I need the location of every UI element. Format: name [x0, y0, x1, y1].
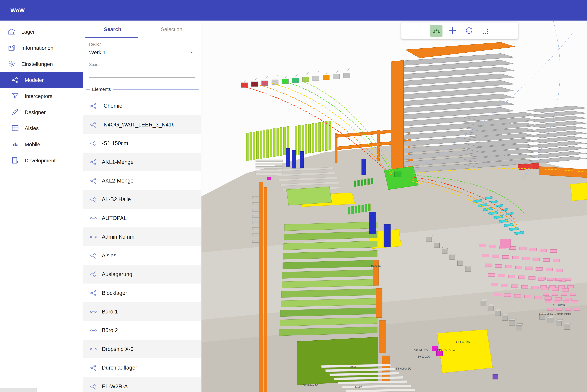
informationen-icon — [8, 44, 16, 52]
scene-label: R&G Süd — [371, 265, 382, 268]
mobile-icon — [11, 140, 19, 148]
sidebar-item-label: Interceptors — [25, 93, 52, 99]
sidebar-item-development[interactable]: Development — [0, 152, 83, 168]
search-field: Search — [89, 62, 195, 78]
region-select[interactable]: Werk 1 — [89, 46, 195, 58]
scene-label: S8 Heber 2/2 — [396, 367, 411, 370]
region-label: Region — [89, 42, 195, 46]
element-label: -Chemie — [102, 103, 122, 109]
top-app-bar: WoW — [0, 0, 587, 21]
development-icon — [11, 156, 19, 164]
list-item[interactable]: Büro 2 — [83, 321, 201, 340]
graph-icon — [90, 383, 97, 390]
tool-marquee-select[interactable] — [478, 24, 491, 37]
list-item[interactable]: AKL1-Menge — [83, 152, 201, 171]
sidebar-item-label: Mobile — [25, 141, 40, 147]
bottom-left-panel — [0, 388, 37, 392]
graph-icon — [90, 121, 97, 128]
list-item[interactable]: -S1 150cm — [83, 134, 201, 152]
sidebar-item-informationen[interactable]: Informationen — [0, 40, 83, 56]
list-item[interactable]: Admin Komm — [83, 228, 201, 246]
lager-icon — [8, 28, 16, 36]
list-item[interactable]: Auslagerung — [83, 265, 201, 284]
link-icon — [90, 327, 97, 334]
element-label: Durchlauflager — [102, 365, 137, 371]
interceptors-icon — [11, 92, 19, 100]
element-label: Blocklager — [102, 290, 127, 296]
sidebar: LagerInformationenEinstellungenModelerIn… — [0, 21, 83, 392]
scene-3d-view[interactable]: S8 EG HalleS9/07S8 Heber 1/2S8 Heber 2/2… — [201, 21, 587, 392]
sidebar-item-label: Designer — [25, 109, 46, 115]
list-item[interactable]: Büro 1 — [83, 302, 201, 321]
element-label: AKL2-Menge — [102, 178, 133, 184]
graph-icon — [90, 102, 97, 110]
element-label: AUTOPAL — [102, 215, 127, 221]
element-label: Büro 1 — [102, 309, 118, 315]
list-item[interactable]: -N4OG_WAIT_LEER_3_N416 — [83, 115, 201, 134]
sidebar-item-einstellungen[interactable]: Einstellungen — [0, 56, 83, 72]
list-item[interactable]: Aisles — [83, 246, 201, 265]
designer-icon — [11, 108, 19, 116]
sidebar-item-label: Aisles — [25, 125, 39, 131]
sidebar-item-interceptors[interactable]: Interceptors — [0, 88, 83, 104]
list-item[interactable]: AKL2-Menge — [83, 172, 201, 190]
marquee-icon — [481, 26, 489, 35]
list-item[interactable]: AUTOPAL — [83, 209, 201, 227]
list-item[interactable]: -Chemie — [83, 96, 201, 115]
list-item[interactable]: EL-W2R-A — [83, 377, 201, 392]
aisles-icon — [11, 124, 19, 132]
graph-icon — [90, 252, 97, 259]
svg-text:3D: 3D — [467, 30, 470, 32]
graph-icon — [90, 140, 97, 147]
sidebar-item-mobile[interactable]: Mobile — [0, 136, 83, 152]
sidebar-item-designer[interactable]: Designer — [0, 104, 83, 120]
element-label: Büro 2 — [102, 327, 118, 333]
elements-header: Elements — [92, 87, 111, 92]
scene-label: S9/12 2OG — [418, 355, 431, 358]
tool-pan-move[interactable] — [446, 24, 459, 37]
list-item[interactable]: Durchlauflager — [83, 358, 201, 377]
scene-label: S9/13 MOL Scan — [435, 349, 455, 352]
modeler-icon — [11, 76, 19, 84]
region-field: Region Werk 1 — [89, 42, 195, 58]
search-input[interactable] — [89, 66, 195, 78]
list-item[interactable]: Dropship X-0 — [83, 340, 201, 358]
tool-draw-path[interactable] — [430, 24, 442, 37]
scene-label: Pick and Return — [539, 313, 557, 316]
element-label: Admin Komm — [102, 234, 134, 240]
scene-toolbar: 3D — [401, 22, 518, 39]
sidebar-item-label: Informationen — [21, 45, 53, 51]
app-title: WoW — [11, 7, 25, 14]
tab-search[interactable]: Search — [83, 21, 142, 38]
sidebar-menu: LagerInformationenEinstellungenModelerIn… — [0, 21, 83, 168]
list-item[interactable]: Blocklager — [83, 284, 201, 302]
graph-icon — [90, 177, 97, 184]
bezier-icon — [432, 26, 440, 35]
scene-label: S9/07 — [355, 386, 362, 388]
scene-label: S9/UML EG — [414, 349, 428, 352]
rotate3d-icon: 3D — [464, 26, 473, 35]
element-label: Aisles — [102, 252, 116, 258]
sidebar-item-modeler[interactable]: Modeler — [0, 72, 83, 88]
sidebar-item-label: Modeler — [25, 77, 44, 83]
graph-icon — [90, 196, 97, 203]
viewport-3d: S8 EG HalleS9/07S8 Heber 1/2S8 Heber 2/2… — [201, 21, 587, 392]
element-label: AKL1-Menge — [102, 159, 133, 165]
list-item[interactable]: AL-B2 Halle — [83, 190, 201, 209]
tool-rotate-3d[interactable]: 3D — [462, 24, 475, 37]
chevron-down-icon — [188, 49, 195, 56]
panel-tabs: Search Selection — [83, 21, 201, 38]
search-label: Search — [89, 62, 195, 66]
sidebar-item-lager[interactable]: Lager — [0, 24, 83, 40]
graph-icon — [90, 271, 97, 278]
element-label: EL-W2R-A — [102, 383, 128, 389]
region-value: Werk 1 — [89, 50, 106, 56]
link-icon — [90, 308, 97, 315]
element-label: Dropship X-0 — [102, 346, 133, 352]
element-label: AL-B2 Halle — [102, 196, 131, 202]
sidebar-item-aisles[interactable]: Aisles — [0, 120, 83, 136]
sidebar-item-label: Development — [25, 157, 56, 163]
tab-selection[interactable]: Selection — [142, 21, 201, 38]
scene-label: SIMPLEPAK — [556, 313, 571, 316]
element-label: -S1 150cm — [102, 140, 128, 146]
